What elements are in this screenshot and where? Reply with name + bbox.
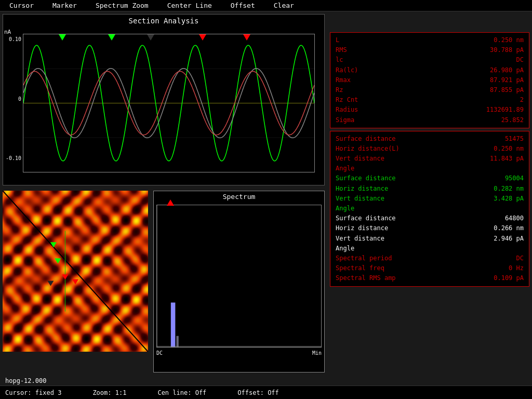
stats-row-vert-3: Vert distance 2.946 pA [336,234,524,244]
status-bar: Cursor: fixed 3 Zoom: 1:1 Cen line: Off … [0,385,532,399]
stats-row-horiz-3: Horiz distance 0.266 nm [336,223,524,233]
stats-row-vert-1: Vert distance 11.843 pA [336,154,524,164]
section-analysis-title: Section Analysis [3,15,324,26]
stats-row-L: L 0.250 nm [336,35,524,45]
bottom-row: Spectrum DC Min [3,191,325,373]
stats-row-rmax: Rmax 87.921 pA [336,75,524,85]
stats-row-RMS: RMS 30.788 pA [336,45,524,55]
spectrum-canvas [156,205,322,348]
stats-row-surf-dist-2: Surface distance 95004 [336,174,524,183]
stats-row-lc: lc DC [336,55,524,65]
stats-row-rz: Rz 87.855 pA [336,85,524,95]
stats-row-spectral-period: Spectral period DC [336,254,524,263]
stats-row-horiz-l: Horiz distance(L) 0.250 nm [336,144,524,154]
spectrum-title: Spectrum [154,191,324,202]
main-content: Section Analysis nA 0.10 0 -0.10 0 1.00 … [0,11,532,385]
section-analysis-panel: Section Analysis nA 0.10 0 -0.10 0 1.00 … [3,14,325,185]
right-panel: L 0.250 nm RMS 30.788 pA lc DC Ra(lc) 26… [327,11,532,385]
stm-canvas [3,191,148,352]
spectrum-panel: Spectrum DC Min [153,191,325,373]
stats-top-box: L 0.250 nm RMS 30.788 pA lc DC Ra(lc) 26… [330,32,529,128]
status-cursor: Cursor: fixed 3 [5,389,61,396]
stats-row-sigma: Sigma 25.852 [336,115,524,125]
menu-marker[interactable]: Marker [43,2,86,9]
stats-row-rzcnt: Rz Cnt 2 [336,95,524,105]
stats-bottom-box: Surface distance 51475 Horiz distance(L)… [330,131,529,287]
menu-clear[interactable]: Clear [264,2,303,9]
status-cen-line: Cen line: Off [157,389,206,396]
stats-row-radius: Radius 1132691.89 [336,105,524,115]
y-axis-values: 0.10 0 -0.10 [6,36,21,161]
stats-row-surf-dist-1: Surface distance 51475 [336,134,524,144]
stats-row-angle-1: Angle [336,164,524,174]
stats-row-horiz-2: Horiz distance 0.282 nm [336,184,524,194]
spectrum-marker-arrow [167,200,174,206]
file-label: hopg-12.000 [5,377,46,384]
menu-offset[interactable]: Offset [221,2,264,9]
menu-center-line[interactable]: Center Line [158,2,221,9]
stats-row-ralc: Ra(lc) 26.980 pA [336,65,524,75]
stats-row-spectral-rms: Spectral RMS amp 0.109 pA [336,273,524,283]
stats-row-angle-3: Angle [336,244,524,254]
stats-row-vert-2: Vert distance 3.428 pA [336,194,524,204]
section-chart-canvas[interactable] [23,34,315,172]
spectrum-x-labels: DC Min [154,350,324,356]
stm-image [3,191,148,352]
stats-row-angle-2: Angle [336,204,524,214]
stats-row-surf-dist-3: Surface distance 64800 [336,214,524,223]
left-panel: Section Analysis nA 0.10 0 -0.10 0 1.00 … [0,11,327,385]
status-zoom: Zoom: 1:1 [92,389,126,396]
menu-spectrum-zoom[interactable]: Spectrum Zoom [86,2,158,9]
menu-bar: Cursor Marker Spectrum Zoom Center Line … [0,0,532,11]
stats-row-spectral-freq: Spectral freq 0 Hz [336,263,524,273]
y-axis-label: nA [4,29,11,35]
menu-cursor[interactable]: Cursor [0,2,43,9]
status-offset: Offset: Off [237,389,278,396]
